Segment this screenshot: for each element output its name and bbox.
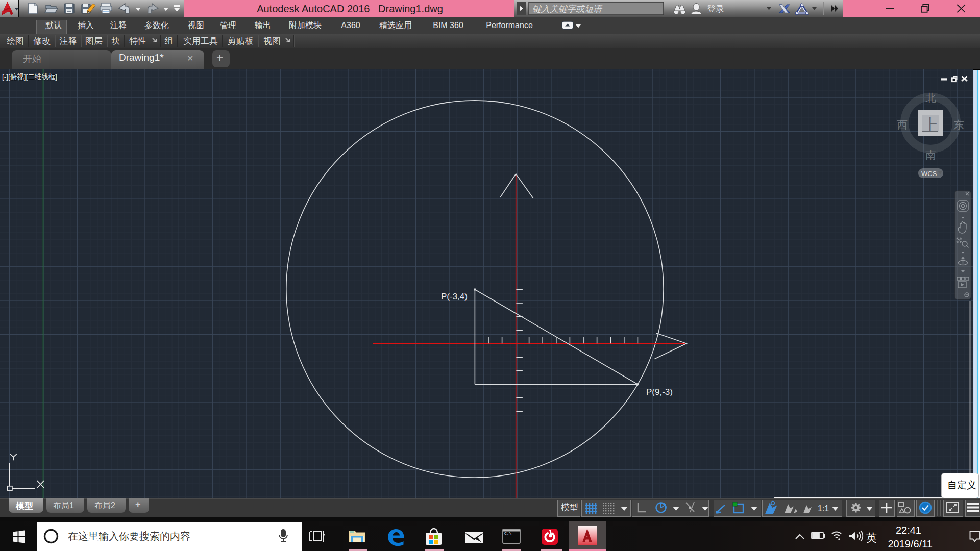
svg-text:1:1: 1:1 bbox=[818, 504, 829, 513]
svg-text:北: 北 bbox=[925, 92, 936, 104]
svg-text:东: 东 bbox=[953, 119, 964, 131]
svg-text:南: 南 bbox=[925, 149, 936, 161]
svg-text:上: 上 bbox=[922, 116, 939, 135]
svg-text:登录: 登录 bbox=[707, 4, 724, 14]
svg-text:P(9,-3): P(9,-3) bbox=[646, 387, 673, 397]
svg-text:P(-3,4): P(-3,4) bbox=[441, 292, 468, 302]
svg-text:键入关键字或短语: 键入关键字或短语 bbox=[532, 4, 603, 14]
svg-text:西: 西 bbox=[897, 119, 908, 131]
svg-text:C:\_: C:\_ bbox=[504, 531, 514, 536]
svg-text:WCS: WCS bbox=[921, 170, 937, 178]
